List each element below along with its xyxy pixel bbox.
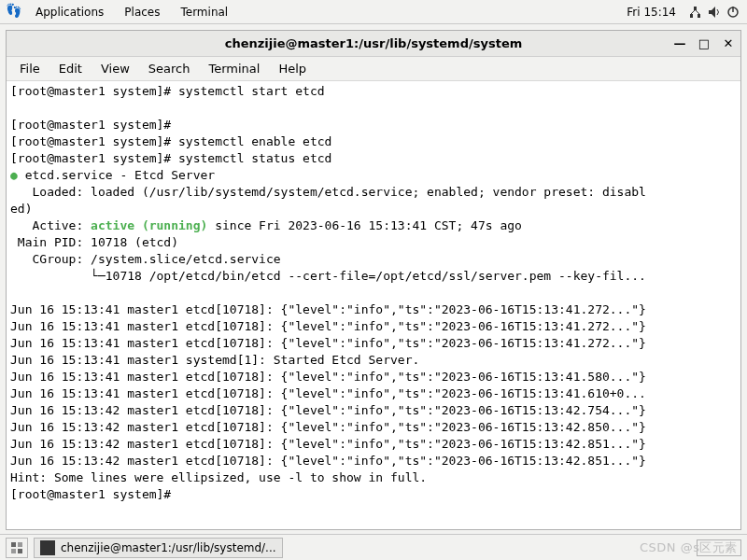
terminal-task-icon <box>40 540 55 555</box>
top-panel-right: Fri 15:14 <box>617 2 741 22</box>
taskbar-item-label: chenzijie@master1:/usr/lib/systemd/... <box>61 541 276 554</box>
menu-view[interactable]: View <box>92 58 139 79</box>
maximize-button[interactable]: □ <box>698 37 711 50</box>
svg-marker-5 <box>709 7 715 18</box>
svg-rect-9 <box>18 542 22 547</box>
gnome-logo-icon <box>6 5 21 20</box>
svg-line-4 <box>696 10 699 14</box>
close-button[interactable]: ✕ <box>722 37 735 50</box>
svg-line-3 <box>691 10 695 14</box>
show-desktop-button[interactable] <box>6 538 28 558</box>
active-app-label[interactable]: Terminal <box>171 2 237 22</box>
titlebar[interactable]: chenzijie@master1:/usr/lib/systemd/syste… <box>7 31 740 57</box>
menu-terminal[interactable]: Terminal <box>199 58 269 79</box>
svg-rect-0 <box>690 14 693 18</box>
terminal-window: chenzijie@master1:/usr/lib/systemd/syste… <box>6 30 741 530</box>
top-panel-left: Applications Places Terminal <box>6 2 237 22</box>
window-controls: — □ ✕ <box>673 37 735 50</box>
menu-help[interactable]: Help <box>269 58 316 79</box>
window-title: chenzijie@master1:/usr/lib/systemd/syste… <box>225 36 523 50</box>
applications-menu[interactable]: Applications <box>26 2 113 22</box>
clock[interactable]: Fri 15:14 <box>617 2 685 22</box>
bottom-panel: chenzijie@master1:/usr/lib/systemd/... <box>0 534 747 560</box>
taskbar-item-terminal[interactable]: chenzijie@master1:/usr/lib/systemd/... <box>34 538 283 558</box>
watermark: CSDN @s区元素 <box>640 539 738 556</box>
terminal-output[interactable]: [root@master1 system]# systemctl start e… <box>7 81 740 529</box>
power-icon[interactable] <box>725 4 741 21</box>
menu-file[interactable]: File <box>10 58 49 79</box>
svg-rect-10 <box>11 549 16 553</box>
network-icon[interactable] <box>687 4 704 21</box>
volume-icon[interactable] <box>706 4 723 21</box>
svg-rect-1 <box>694 7 697 10</box>
svg-rect-8 <box>11 542 16 547</box>
minimize-button[interactable]: — <box>673 37 686 50</box>
svg-rect-11 <box>18 549 22 553</box>
svg-rect-2 <box>698 14 700 18</box>
menu-edit[interactable]: Edit <box>49 58 92 79</box>
places-menu[interactable]: Places <box>115 2 169 22</box>
menubar: File Edit View Search Terminal Help <box>7 57 740 81</box>
menu-search[interactable]: Search <box>139 58 200 79</box>
top-panel: Applications Places Terminal Fri 15:14 <box>0 0 747 24</box>
